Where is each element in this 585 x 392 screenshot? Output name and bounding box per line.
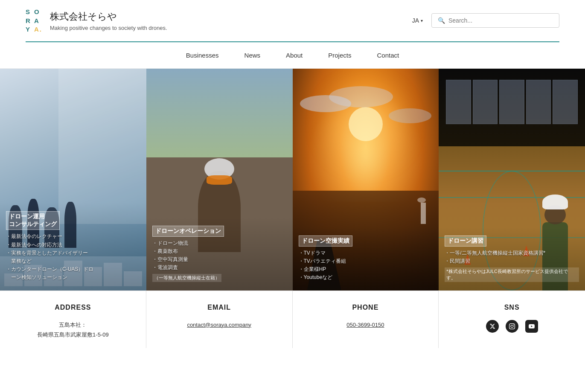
bullet-item: ・TVドラマ [299, 249, 433, 257]
sun-glow [349, 107, 383, 141]
card2-note: （一等無人航空機操縦士在籍） [152, 274, 221, 282]
bullet-item: ・TVバラエティ番組 [299, 257, 433, 265]
company-name: 株式会社そらや [50, 10, 167, 23]
header-left: S O R A Y A. 株式会社そらや Making positive cha… [26, 8, 167, 34]
footer-email-title: EMAIL [155, 304, 284, 311]
footer-sns-title: SNS [447, 304, 576, 311]
bullet-item: ・企業様HP [299, 265, 433, 273]
bullet-item: ・電波調査 [152, 264, 287, 272]
hero-card-aerial: ドローン空撮実績 ・TVドラマ ・TVバラエティ番組 ・企業様HP ・Youtu… [293, 69, 439, 290]
footer-address-content: 五島本社： 長崎県五島市武家屋敷1-5-09 [9, 320, 137, 340]
card4-bullets: ・一等/二等無人航空機操縦士国家資格講習* ・民間講習 [445, 249, 579, 265]
card4-overlay: ドローン講習 ・一等/二等無人航空機操縦士国家資格講習* ・民間講習 *株式会社… [439, 227, 585, 290]
card1-overlay: ドローン運用コンサルティング ・最新法令のレクチャー ・最新法令への対応方法 ・… [0, 203, 146, 290]
chevron-down-icon: ▾ [421, 18, 423, 23]
header-right: JA ▾ 🔍 [412, 13, 559, 28]
bullet-item: ・実務を背景としたアドバイザリー 業務など [6, 249, 140, 265]
footer-email-col: EMAIL contact@soraya.company [146, 291, 293, 348]
search-input[interactable] [448, 17, 553, 24]
bullet-item: ・最新法令への対応方法 [6, 241, 140, 249]
logo: S O R A Y A. [26, 8, 42, 34]
card3-overlay: ドローン空撮実績 ・TVドラマ ・TVバラエティ番組 ・企業様HP ・Youtu… [293, 227, 439, 290]
lighthouse-icon [421, 203, 426, 224]
nav-contact[interactable]: Contact [377, 52, 399, 59]
bullet-item: ・ドローン物流 [152, 239, 287, 247]
language-selector[interactable]: JA ▾ [412, 17, 423, 24]
footer-info: ADDRESS 五島本社： 長崎県五島市武家屋敷1-5-09 EMAIL con… [0, 290, 585, 348]
search-icon: 🔍 [438, 17, 445, 24]
footer-phone-col: PHONE 050-3699-0150 [293, 291, 439, 348]
company-info: 株式会社そらや Making positive changes to socie… [50, 10, 167, 31]
twitter-icon[interactable] [486, 320, 499, 333]
card3-title: ドローン空撮実績 [299, 235, 352, 247]
hero-card-consulting: ドローン運用コンサルティング ・最新法令のレクチャー ・最新法令への対応方法 ・… [0, 69, 146, 290]
lang-label: JA [412, 17, 419, 24]
bullet-item: ・最新法令のレクチャー [6, 232, 140, 241]
card1-bullets: ・最新法令のレクチャー ・最新法令への対応方法 ・実務を背景としたアドバイザリー… [6, 232, 140, 282]
phone-link[interactable]: 050-3699-0150 [346, 322, 384, 328]
bullet-item: ・一等/二等無人航空機操縦士国家資格講習* [445, 249, 579, 257]
card4-title: ドローン講習 [445, 235, 486, 247]
hero-card-training: ドローン講習 ・一等/二等無人航空機操縦士国家資格講習* ・民間講習 *株式会社… [439, 69, 585, 290]
footer-phone-title: PHONE [301, 304, 430, 311]
company-tagline: Making positive changes to society with … [50, 25, 167, 31]
card3-bullets: ・TVドラマ ・TVバラエティ番組 ・企業様HP ・Youtubeなど [299, 249, 433, 282]
footer-address-col: ADDRESS 五島本社： 長崎県五島市武家屋敷1-5-09 [0, 291, 146, 348]
bullet-item: ・カウンタードローン（C-UAS）ドロ ーン検知ソリューション [6, 265, 140, 282]
footer-email-content: contact@soraya.company [155, 320, 284, 330]
bullet-item: ・農薬散布 [152, 247, 287, 256]
bullet-item: ・Youtubeなど [299, 273, 433, 282]
footer-sns-col: SNS [439, 291, 585, 348]
card4-note: *株式会社そらやはJULC長崎教習所のサービス提供会社です。 [445, 267, 579, 282]
hero-card-operation: ドローンオペレーション ・ドローン物流 ・農薬散布 ・空中写真測量 ・電波調査 … [146, 69, 293, 290]
card2-bullets: ・ドローン物流 ・農薬散布 ・空中写真測量 ・電波調査 [152, 239, 287, 272]
main-nav: Businesses News About Projects Contact [0, 42, 585, 69]
nav-projects[interactable]: Projects [328, 52, 351, 59]
site-header: S O R A Y A. 株式会社そらや Making positive cha… [0, 0, 585, 41]
search-box: 🔍 [431, 13, 559, 28]
windows [446, 80, 578, 124]
card2-title: ドローンオペレーション [152, 226, 224, 237]
card2-overlay: ドローンオペレーション ・ドローン物流 ・農薬散布 ・空中写真測量 ・電波調査 … [146, 217, 293, 290]
footer-phone-content: 050-3699-0150 [301, 320, 430, 330]
nav-businesses[interactable]: Businesses [186, 52, 219, 59]
bullet-item: ・空中写真測量 [152, 256, 287, 264]
footer-address-title: ADDRESS [9, 304, 137, 311]
card1-title: ドローン運用コンサルティング [6, 211, 60, 230]
bullet-item: ・民間講習 [445, 257, 579, 265]
hero-grid: ドローン運用コンサルティング ・最新法令のレクチャー ・最新法令への対応方法 ・… [0, 69, 585, 290]
nav-news[interactable]: News [244, 52, 261, 59]
email-link[interactable]: contact@soraya.company [187, 322, 251, 328]
sns-icons-group [447, 320, 576, 333]
youtube-icon[interactable] [525, 320, 538, 333]
nav-about[interactable]: About [286, 52, 303, 59]
instagram-icon[interactable] [506, 320, 518, 333]
